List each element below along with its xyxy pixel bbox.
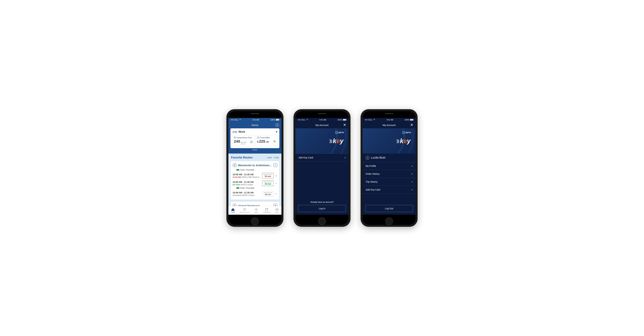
route-title[interactable]: Airport Terminal A: [238, 204, 260, 206]
home-button[interactable]: [251, 217, 259, 225]
tab-bar: Home Next-to-Arrive Alerts Schedules Mor…: [228, 206, 282, 215]
favorite-heart-icon[interactable]: ♥: [276, 130, 278, 133]
tab-more[interactable]: More: [275, 208, 279, 213]
login-button[interactable]: Log In: [298, 205, 346, 212]
hero-banner: SSEPTA ))) key: [362, 128, 416, 153]
dollar-sign: $: [257, 140, 258, 143]
svg-point-18: [278, 209, 278, 210]
trip-detail: #9155 to Elwyn: [242, 194, 254, 196]
login-prompt: Already have an account?: [298, 201, 346, 203]
page-indicator: [230, 149, 280, 150]
wallet-cents: .00: [266, 141, 269, 143]
wifi-icon: [373, 119, 375, 121]
user-name: Lucille Bluth: [371, 156, 386, 159]
svg-rect-4: [257, 137, 259, 138]
trip-status: Scheduled: [232, 194, 241, 196]
more-icon: [275, 208, 279, 211]
calendar-icon: [265, 208, 268, 211]
svg-rect-14: [265, 209, 268, 211]
pass-label: Independence Pass: [237, 137, 252, 139]
svg-point-19: [367, 157, 368, 158]
clock: 9:41 AM: [386, 119, 393, 121]
travel-wallet-box[interactable]: Travel Wallet $ 225.00 $: [256, 135, 278, 146]
card-name: Work: [238, 130, 245, 133]
key-card[interactable]: ((key Work ♥ Independence Pass: [230, 128, 280, 148]
septa-badge-icon: SSEPTA: [336, 131, 344, 134]
tab-home[interactable]: Home: [231, 208, 235, 213]
refresh-icon[interactable]: $: [273, 140, 276, 143]
menu-my-profile[interactable]: My Profile ›: [362, 162, 416, 170]
chevron-right-icon: ›: [275, 174, 277, 177]
trip-time: 10:09 AM - 11:30 AM: [232, 181, 261, 183]
departure-badge: DEPARTING 48 min: [262, 191, 274, 197]
pass-icon: [234, 137, 236, 139]
menu-add-key-card[interactable]: Add Key Card ›: [362, 186, 416, 194]
regional-rail-icon: [232, 163, 237, 167]
signal-dots-icon: •••••: [365, 119, 367, 121]
collapse-button[interactable]: −: [274, 163, 277, 167]
home-button[interactable]: [385, 217, 393, 225]
svg-point-0: [277, 124, 278, 125]
trip-status: On Time: [232, 184, 240, 186]
trips-sub1: trips until: [241, 141, 246, 143]
menu-add-key-card[interactable]: Add Key Card ›: [296, 153, 348, 162]
wallet-icon: [257, 137, 260, 139]
departure-badge: DEPARTING 48 min: [262, 181, 274, 186]
tab-next-to-arrive[interactable]: Next-to-Arrive: [240, 208, 250, 213]
trip-row[interactable]: 10:09 AM - 11:30 AM 3 min late #546 to 3…: [232, 172, 277, 180]
trip-detail: #546 to 30th Street S...: [242, 176, 260, 178]
tab-alerts[interactable]: Alerts: [254, 208, 258, 213]
battery-percentage: 100%: [404, 119, 409, 121]
chevron-right-icon: ›: [412, 164, 412, 167]
logout-button[interactable]: Log Out: [365, 205, 413, 212]
expand-button[interactable]: +: [274, 204, 277, 206]
menu-trip-history[interactable]: Trip History ›: [362, 178, 416, 186]
line-name: Paoli / Thorndale: [240, 187, 254, 189]
chevron-right-icon: ›: [412, 172, 412, 176]
menu-order-history[interactable]: Order History ›: [362, 170, 416, 178]
septa-key-logo-icon: ))) key: [330, 137, 344, 145]
wifi-icon: [239, 119, 241, 121]
phone-speaker: [318, 113, 326, 114]
user-avatar-icon: [366, 156, 369, 159]
line-name: Paoli / Thorndale: [240, 169, 254, 171]
chevron-right-icon: ›: [412, 180, 412, 183]
svg-point-9: [235, 165, 235, 165]
trip-row[interactable]: 10:09 AM - 11:30 AM Scheduled #9155 to E…: [232, 190, 277, 198]
favorites-title: Favorite Routes: [231, 156, 252, 159]
close-button[interactable]: ✕: [410, 123, 413, 127]
edit-favorites-button[interactable]: ✎ Edit: [274, 156, 279, 159]
user-header: Lucille Bluth: [362, 153, 416, 162]
status-bar: ••••• CELL 9:41 AM 100%: [362, 118, 416, 122]
refresh-icon[interactable]: [250, 141, 253, 143]
septa-key-logo-icon: ((key: [232, 131, 237, 133]
home-button[interactable]: [318, 217, 326, 225]
battery-icon: [410, 119, 413, 121]
chevron-right-icon: ›: [275, 192, 277, 195]
carrier-label: CELL: [234, 119, 238, 121]
add-favorite-button[interactable]: + Add: [267, 156, 272, 159]
svg-point-8: [234, 165, 234, 165]
phone-mockup-account-logged-out: ••••• CELL 9:41 AM 100% My Account ✕ SSE…: [294, 109, 350, 227]
phone-mockup-account-logged-in: ••••• CELL 9:41 AM 100% My Account ✕ SSE…: [360, 109, 418, 227]
departure-badge: DEPARTING 25 min: [262, 173, 274, 179]
nav-bar: Home: [228, 122, 282, 128]
route-title[interactable]: Warminster to Jenkintown...: [238, 164, 271, 167]
trip-row[interactable]: 10:09 AM - 11:30 AM On Time #9155 to Elw…: [232, 180, 277, 187]
svg-rect-10: [234, 205, 235, 206]
svg-point-5: [258, 137, 259, 138]
carrier-label: CELL: [368, 119, 373, 121]
nav-bar: My Account ✕: [296, 122, 348, 128]
close-button[interactable]: ✕: [343, 123, 346, 127]
phone-mockup-home: ••••• CELL 9:41 AM 100% Home: [226, 109, 284, 227]
profile-button[interactable]: [276, 123, 279, 127]
phone-speaker: [385, 113, 393, 114]
regional-rail-icon: [232, 204, 237, 206]
independence-pass-box[interactable]: Independence Pass 240 trips until Jan. 3…: [232, 135, 254, 146]
route-card-airport: Airport Terminal A +: [230, 202, 280, 206]
battery-percentage: 100%: [338, 119, 342, 121]
trip-status: 3 min late: [232, 176, 241, 178]
line-pill-icon: [236, 187, 239, 189]
tab-schedules[interactable]: Schedules: [263, 208, 270, 213]
route-card-warminster: Warminster to Jenkintown... − Paoli / Th…: [230, 161, 280, 200]
